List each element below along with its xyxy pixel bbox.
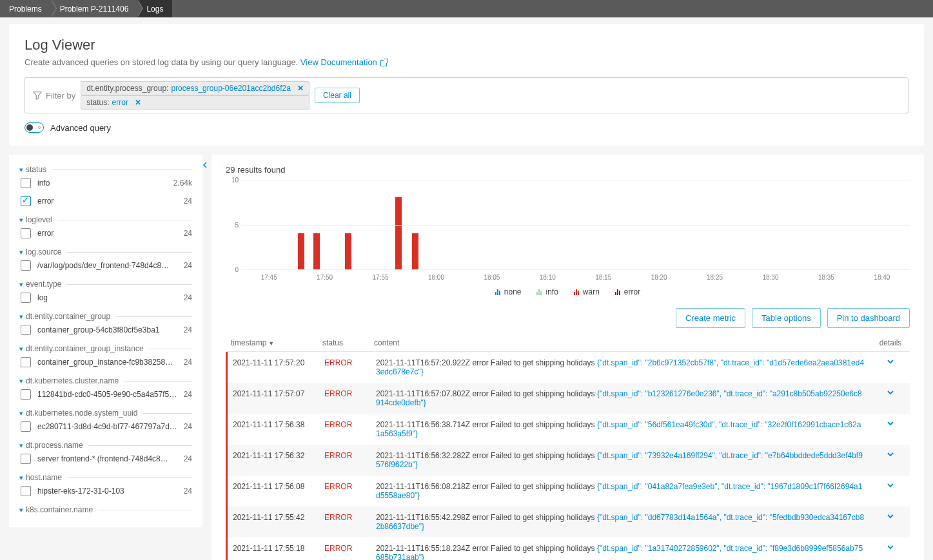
filter-chip[interactable]: status:error✕: [81, 95, 309, 110]
facet-item[interactable]: /var/log/pods/dev_frontend-748d4c8…24: [19, 256, 192, 275]
status-badge: ERROR: [324, 358, 376, 367]
log-row[interactable]: 2021-11-11 17:56:32ERROR2021-11-11T16:56…: [226, 445, 910, 476]
facet-item[interactable]: container_group_instance-fc9b38258…24: [19, 353, 192, 371]
log-row[interactable]: 2021-11-11 17:56:08ERROR2021-11-11T16:56…: [226, 476, 910, 507]
facet-header[interactable]: ▾dt.kubernetes.node.system_uuid: [19, 409, 192, 418]
legend-item[interactable]: info: [536, 287, 558, 296]
header-card: Log Viewer Create advanced queries on st…: [9, 24, 924, 146]
legend-item[interactable]: warn: [574, 287, 600, 296]
facet-checkbox[interactable]: [21, 486, 31, 496]
external-link-icon: [380, 60, 387, 66]
facet-checkbox[interactable]: [21, 357, 31, 367]
log-table: timestamp▼ status content details 2021-1…: [226, 334, 910, 560]
legend-item[interactable]: error: [615, 287, 640, 296]
facet-header[interactable]: ▾status: [19, 165, 192, 174]
sidebar-collapse-button[interactable]: [201, 161, 209, 169]
filter-chip[interactable]: dt.entity.process_group:process_group-06…: [81, 81, 309, 95]
facet-checkbox[interactable]: [21, 228, 31, 238]
breadcrumb-item[interactable]: Problem P-2111406: [51, 0, 138, 17]
chart-bar[interactable]: [298, 233, 304, 269]
log-row[interactable]: 2021-11-11 17:55:18ERROR2021-11-11T16:55…: [226, 537, 910, 560]
chart-bar[interactable]: [412, 233, 418, 269]
log-row[interactable]: 2021-11-11 17:55:42ERROR2021-11-11T16:55…: [226, 507, 910, 537]
expand-row-button[interactable]: [871, 420, 910, 431]
expand-row-button[interactable]: [871, 513, 910, 524]
facets-sidebar: ▾statusinfo2.64kerror24▾loglevelerror24▾…: [9, 155, 202, 527]
facet-item[interactable]: error24: [19, 192, 192, 210]
facet-checkbox[interactable]: [21, 325, 31, 335]
facet-item[interactable]: info2.64k: [19, 174, 192, 192]
facet-header[interactable]: ▾log.source: [19, 247, 192, 256]
pin-to-dashboard-button[interactable]: Pin to dashboard: [827, 308, 910, 328]
chevron-down-icon: ▾: [19, 474, 23, 482]
expand-row-button[interactable]: [871, 358, 910, 369]
advanced-query-toggle[interactable]: [25, 122, 44, 133]
facet-header[interactable]: ▾dt.entity.container_group: [19, 312, 192, 321]
status-badge: ERROR: [324, 513, 376, 522]
col-status[interactable]: status: [322, 338, 374, 347]
facet-checkbox[interactable]: [21, 293, 31, 303]
facet-item[interactable]: log24: [19, 289, 192, 307]
view-documentation-link[interactable]: View Documentation: [300, 57, 388, 67]
breadcrumb-item[interactable]: Problems: [0, 0, 51, 17]
chip-remove-icon[interactable]: ✕: [297, 84, 304, 93]
chevron-down-icon: ▾: [19, 313, 23, 321]
facet-item[interactable]: 112841bd-cdc0-4505-9e90-c5a4a57f5…24: [19, 385, 192, 403]
col-details: details: [871, 338, 910, 347]
facet-checkbox[interactable]: [21, 260, 31, 271]
facet-item[interactable]: server frontend-* (frontend-748d4c8…24: [19, 450, 192, 468]
chevron-down-icon: ▾: [19, 506, 23, 514]
chevron-down-icon: ▾: [19, 345, 23, 353]
chart-bar[interactable]: [395, 197, 402, 269]
chevron-down-icon: ▾: [19, 216, 23, 224]
log-histogram-chart[interactable]: 0510: [241, 180, 910, 270]
chart-bar[interactable]: [313, 233, 320, 269]
chevron-down-icon: [886, 419, 895, 428]
facet-checkbox[interactable]: [21, 421, 31, 432]
facet-checkbox[interactable]: [21, 389, 31, 400]
chevron-down-icon: [886, 481, 895, 490]
chevron-down-icon: [886, 450, 895, 459]
facet-item[interactable]: ec280711-3d8d-4c9d-bf77-467797a7d…24: [19, 418, 192, 436]
status-badge: ERROR: [324, 420, 376, 429]
facet-item[interactable]: hipster-eks-172-31-0-10324: [19, 482, 192, 500]
facet-header[interactable]: ▾dt.process.name: [19, 441, 192, 450]
col-timestamp[interactable]: timestamp▼: [226, 338, 322, 347]
chevron-down-icon: [886, 512, 895, 521]
chip-remove-icon[interactable]: ✕: [135, 98, 141, 107]
log-row[interactable]: 2021-11-11 17:57:20ERROR2021-11-11T16:57…: [226, 352, 910, 383]
expand-row-button[interactable]: [871, 544, 910, 555]
table-options-button[interactable]: Table options: [752, 308, 821, 328]
expand-row-button[interactable]: [871, 451, 910, 462]
chevron-down-icon: [886, 388, 895, 397]
create-metric-button[interactable]: Create metric: [676, 308, 745, 328]
expand-row-button[interactable]: [871, 389, 910, 400]
facet-header[interactable]: ▾dt.entity.container_group_instance: [19, 344, 192, 353]
chevron-down-icon: ▾: [19, 280, 23, 289]
facet-item[interactable]: container_group-54cb3f80cf5e3ba124: [19, 321, 192, 339]
filter-bar[interactable]: Filter by dt.entity.process_group:proces…: [25, 77, 908, 113]
status-badge: ERROR: [324, 389, 376, 398]
log-row[interactable]: 2021-11-11 17:56:38ERROR2021-11-11T16:56…: [226, 414, 910, 445]
facet-header[interactable]: ▾event.type: [19, 280, 192, 289]
facet-item[interactable]: error24: [19, 224, 192, 242]
facet-header[interactable]: ▾dt.kubernetes.cluster.name: [19, 376, 192, 385]
breadcrumb: ProblemsProblem P-2111406Logs: [0, 0, 933, 17]
filter-label: Filter by: [46, 91, 75, 101]
facet-header[interactable]: ▾host.name: [19, 473, 192, 482]
chevron-down-icon: ▾: [19, 377, 23, 385]
col-content[interactable]: content: [374, 338, 871, 347]
facet-header[interactable]: ▾loglevel: [19, 215, 192, 224]
facet-checkbox[interactable]: [21, 178, 31, 188]
expand-row-button[interactable]: [871, 482, 910, 493]
clear-all-button[interactable]: Clear all: [315, 88, 360, 103]
chart-bar[interactable]: [345, 233, 351, 269]
facet-header[interactable]: ▾k8s.container.name: [19, 505, 192, 514]
results-count: 29 results found: [226, 165, 910, 175]
facet-checkbox[interactable]: [21, 196, 31, 206]
legend-item[interactable]: none: [495, 287, 522, 296]
log-table-header: timestamp▼ status content details: [226, 334, 910, 352]
log-row[interactable]: 2021-11-11 17:57:07ERROR2021-11-11T16:57…: [226, 383, 910, 414]
facet-checkbox[interactable]: [21, 454, 31, 464]
chevron-down-icon: ▾: [19, 441, 23, 450]
